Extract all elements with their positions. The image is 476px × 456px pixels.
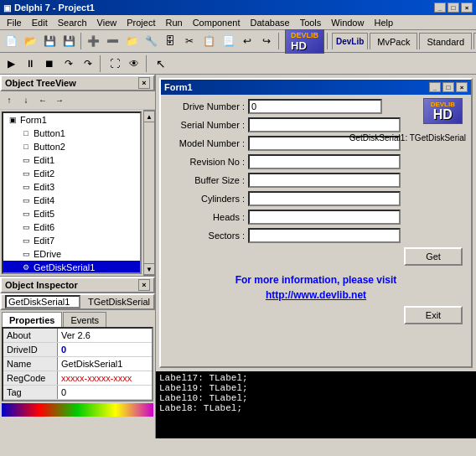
info-url[interactable]: http://www.devlib.net <box>171 288 461 303</box>
undo-btn[interactable]: ↩ <box>238 32 256 50</box>
tree-left-btn[interactable]: ← <box>35 93 50 108</box>
color-bar <box>2 403 153 417</box>
field-revision-input[interactable] <box>248 154 401 169</box>
button2-icon: □ <box>20 141 32 153</box>
close-btn[interactable]: × <box>461 3 473 13</box>
tree-view: ▣ Form1 □ Button1 □ Button2 <box>2 111 142 274</box>
new-btn[interactable]: 📄 <box>2 32 20 50</box>
inspector-grid: About Ver 2.6 DriveID 0 Name GetDiskSeri… <box>2 327 153 402</box>
tree-right-btn[interactable]: → <box>52 93 67 108</box>
step2-btn[interactable]: ↷ <box>79 54 97 73</box>
tree-edit2[interactable]: ▭ Edit2 <box>3 167 140 180</box>
exit-button[interactable]: Exit <box>404 306 463 324</box>
field-drive-input[interactable] <box>248 99 382 114</box>
treeview-close[interactable]: × <box>138 77 150 89</box>
watch-btn[interactable]: 👁 <box>125 54 143 73</box>
field-buffer-input[interactable] <box>248 173 401 188</box>
tab-devlib[interactable]: DevLib <box>332 33 368 49</box>
menu-run[interactable]: Run <box>160 17 187 28</box>
menu-edit[interactable]: Edit <box>27 17 53 28</box>
tree-edit1[interactable]: ▭ Edit1 <box>3 153 140 167</box>
tree-up-btn[interactable]: ↑ <box>2 93 17 108</box>
minimize-btn[interactable]: _ <box>434 3 446 13</box>
tree-button1[interactable]: □ Button1 <box>3 127 140 140</box>
cut-btn[interactable]: ✂ <box>180 32 199 50</box>
menu-view[interactable]: View <box>92 17 122 28</box>
inspector-name-input[interactable] <box>5 295 80 308</box>
right-panel: Form1 _ □ × DEVLIB HD <box>156 75 476 438</box>
comp-btn[interactable]: 🔧 <box>142 32 160 50</box>
cursor-btn[interactable]: ↖ <box>152 54 170 73</box>
scroll-up-btn[interactable]: ▲ <box>143 111 155 122</box>
getdisk-icon: ⚙ <box>20 262 32 273</box>
field-serial-input[interactable] <box>248 117 401 132</box>
form-close-btn[interactable]: × <box>456 82 468 92</box>
field-sectors-input[interactable] <box>248 228 401 243</box>
row-tag-key: Tag <box>3 386 58 399</box>
open2-btn[interactable]: 📁 <box>122 32 141 50</box>
form-maximize-btn[interactable]: □ <box>442 82 454 92</box>
row-driveid-val[interactable]: 0 <box>58 343 152 356</box>
tab-events[interactable]: Events <box>63 312 106 327</box>
tree-getdiskserial1[interactable]: ⚙ GetDiskSerial1 <box>3 261 140 274</box>
menu-file[interactable]: File <box>2 17 27 28</box>
open-btn[interactable]: 📂 <box>21 32 39 50</box>
menu-tools[interactable]: Tools <box>295 17 327 28</box>
inspector-name-row: TGetDiskSerial <box>0 293 155 310</box>
scroll-down-btn[interactable]: ▼ <box>143 263 155 275</box>
tree-form1[interactable]: ▣ Form1 <box>3 113 140 127</box>
field-cylinders-input[interactable] <box>248 191 401 206</box>
toolbar-row2: ▶ ⏸ ⏹ ↷ ↷ ⛶ 👁 ↖ <box>0 52 476 74</box>
treeview-scrollbar[interactable]: ▲ ▼ <box>143 110 155 276</box>
treeview-header: Object TreeView × <box>0 75 155 91</box>
menu-help[interactable]: Help <box>369 17 398 28</box>
row-about-val[interactable]: Ver 2.6 <box>58 329 152 342</box>
pause-btn[interactable]: ⏸ <box>21 54 39 73</box>
redo-btn[interactable]: ↪ <box>257 32 276 50</box>
row-driveid-key: DriveID <box>3 343 58 356</box>
copy-btn[interactable]: 📋 <box>199 32 218 50</box>
step-btn[interactable]: ↷ <box>60 54 78 73</box>
get-button[interactable]: Get <box>404 247 463 266</box>
edit5-icon: ▭ <box>20 208 32 220</box>
stop-btn[interactable]: ⏹ <box>40 54 59 73</box>
inspector-close[interactable]: × <box>138 279 150 291</box>
maximize-btn[interactable]: □ <box>448 3 459 13</box>
menu-database[interactable]: Database <box>246 17 295 28</box>
tab-standard[interactable]: Standard <box>419 33 472 49</box>
add-btn[interactable]: ➕ <box>84 32 102 50</box>
row-regcode-val[interactable]: xxxxx-xxxxx-xxxx <box>58 371 152 385</box>
menu-window[interactable]: Window <box>326 17 369 28</box>
tree-edit3[interactable]: ▭ Edit3 <box>3 180 140 194</box>
tab-mvpack[interactable]: MvPack <box>370 33 417 49</box>
sep5 <box>146 55 149 72</box>
paste-btn[interactable]: 📃 <box>219 32 237 50</box>
save-btn[interactable]: 💾 <box>40 32 59 50</box>
toggle-btn[interactable]: ⛶ <box>106 54 124 73</box>
db-btn[interactable]: 🗄 <box>161 32 179 50</box>
toolbar-row1: 📄 📂 💾 💾 ➕ ➖ 📁 🔧 🗄 ✂ 📋 📃 ↩ ↪ DEVLIB HD De… <box>0 30 476 52</box>
tree-button2[interactable]: □ Button2 <box>3 140 140 153</box>
menu-component[interactable]: Component <box>188 17 246 28</box>
field-heads-input[interactable] <box>248 210 401 225</box>
left-panel: Object TreeView × ↑ ↓ ← → ▣ Form1 □ <box>0 75 156 438</box>
row-tag-val[interactable]: 0 <box>58 386 152 399</box>
tree-edrive[interactable]: ▭ EDrive <box>3 247 140 261</box>
edit2-icon: ▭ <box>20 168 32 179</box>
form-title-buttons: _ □ × <box>429 82 468 92</box>
tab-properties[interactable]: Properties <box>2 312 62 327</box>
inspector-header: Object Inspector × <box>0 277 155 293</box>
tree-down-btn[interactable]: ↓ <box>18 93 34 108</box>
tree-edit5[interactable]: ▭ Edit5 <box>3 207 140 220</box>
rem-btn[interactable]: ➖ <box>103 32 122 50</box>
tree-edit6[interactable]: ▭ Edit6 <box>3 220 140 234</box>
tree-edit4[interactable]: ▭ Edit4 <box>3 194 140 207</box>
save-all-btn[interactable]: 💾 <box>60 32 78 50</box>
menu-project[interactable]: Project <box>122 17 160 28</box>
form-buttons-area: Get <box>164 246 468 269</box>
tree-edit7[interactable]: ▭ Edit7 <box>3 234 140 247</box>
run-btn[interactable]: ▶ <box>2 54 20 73</box>
row-name-val[interactable]: GetDiskSerial1 <box>58 357 152 370</box>
form-minimize-btn[interactable]: _ <box>429 82 441 92</box>
menu-search[interactable]: Search <box>53 17 92 28</box>
